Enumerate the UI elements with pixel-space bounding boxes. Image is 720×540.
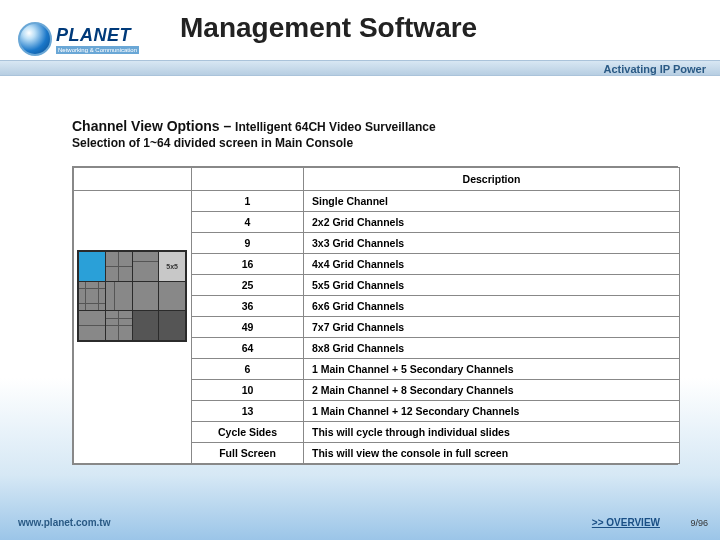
grid-selector-icon: 5x5 (77, 250, 187, 342)
header-ribbon: Activating IP Power (0, 60, 720, 76)
grid-layout-icon (133, 282, 159, 311)
option-desc: This will view the console in full scree… (304, 443, 680, 464)
option-key: 25 (192, 275, 304, 296)
col-key (192, 168, 304, 191)
option-key: 36 (192, 296, 304, 317)
col-thumb (74, 168, 192, 191)
option-key: 64 (192, 338, 304, 359)
page-title: Management Software (180, 12, 477, 44)
globe-icon (18, 22, 52, 56)
option-desc: 3x3 Grid Channels (304, 233, 680, 254)
option-desc: This will cycle through individual slide… (304, 422, 680, 443)
grid-5x5-label: 5x5 (159, 252, 185, 281)
option-key: 16 (192, 254, 304, 275)
option-key: 9 (192, 233, 304, 254)
grid-layout-icon (106, 282, 132, 311)
section-lead: Channel View Options – (72, 118, 235, 134)
option-key: 49 (192, 317, 304, 338)
option-desc: Single Channel (304, 191, 680, 212)
option-key: Cycle Sides (192, 422, 304, 443)
logo-name: PLANET (56, 25, 139, 46)
option-desc: 8x8 Grid Channels (304, 338, 680, 359)
option-key: 4 (192, 212, 304, 233)
option-desc: 7x7 Grid Channels (304, 317, 680, 338)
option-desc: 6x6 Grid Channels (304, 296, 680, 317)
grid-2x2-icon (106, 252, 132, 281)
grid-cycle-icon (133, 311, 159, 340)
brand-logo: PLANET Networking & Communication (18, 22, 139, 56)
section-lead-sub: Intelligent 64CH Video Surveillance (235, 120, 436, 134)
section-heading: Channel View Options – Intelligent 64CH … (72, 118, 672, 150)
page-number: 9/96 (690, 518, 708, 528)
overview-link[interactable]: >> OVERVIEW (592, 517, 660, 528)
option-desc: 5x5 Grid Channels (304, 275, 680, 296)
option-key: 1 (192, 191, 304, 212)
col-desc: Description (304, 168, 680, 191)
option-desc: 4x4 Grid Channels (304, 254, 680, 275)
grid-layout-icon (106, 311, 132, 340)
option-key: 10 (192, 380, 304, 401)
footer-url: www.planet.com.tw (18, 517, 110, 528)
option-desc: 2x2 Grid Channels (304, 212, 680, 233)
table-row: 5x51Single Channel (74, 191, 680, 212)
option-desc: 2 Main Channel + 8 Secondary Channels (304, 380, 680, 401)
grid-1x1-icon (79, 252, 105, 281)
option-desc: 1 Main Channel + 5 Secondary Channels (304, 359, 680, 380)
grid-layout-icon (159, 282, 185, 311)
grid-4x4-icon (79, 282, 105, 311)
options-table: Description 5x51Single Channel42x2 Grid … (72, 166, 678, 465)
option-key: 13 (192, 401, 304, 422)
section-subline: Selection of 1~64 divided screen in Main… (72, 136, 672, 150)
option-desc: 1 Main Channel + 12 Secondary Channels (304, 401, 680, 422)
option-key: Full Screen (192, 443, 304, 464)
grid-fullscreen-icon (159, 311, 185, 340)
logo-tagline: Networking & Communication (56, 46, 139, 54)
option-key: 6 (192, 359, 304, 380)
grid-layout-icon (79, 311, 105, 340)
grid-selector-thumbnail: 5x5 (74, 191, 192, 464)
grid-3x3-icon (133, 252, 159, 281)
